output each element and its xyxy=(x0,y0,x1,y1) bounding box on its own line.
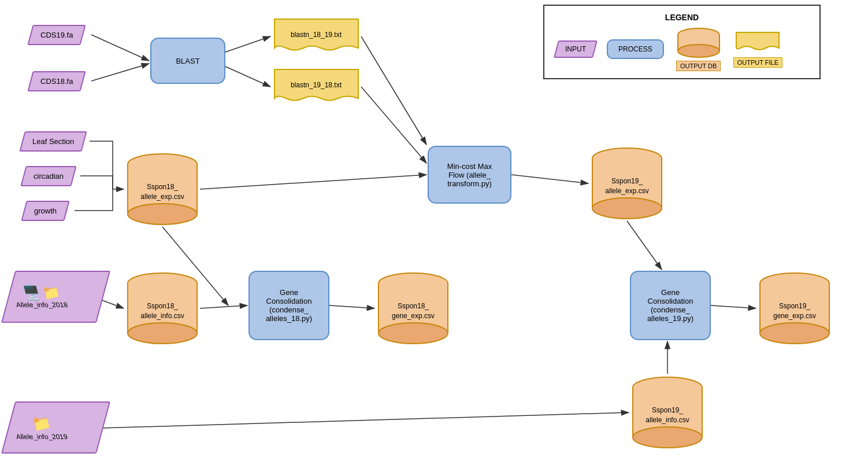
svg-text:blastn_18_19.txt: blastn_18_19.txt xyxy=(291,31,342,39)
svg-point-44 xyxy=(379,323,448,344)
cds19-input: CDS19.fa xyxy=(22,22,91,47)
blastn1918-file: blastn_19_18.txt xyxy=(272,67,361,106)
allele-info-2019-input: 📁 Allele_info_2019 xyxy=(8,401,103,454)
svg-line-16 xyxy=(101,412,629,428)
svg-line-8 xyxy=(511,175,588,183)
svg-point-23 xyxy=(128,204,197,224)
svg-point-51 xyxy=(760,323,829,344)
workflow-canvas: CDS19.fa CDS18.fa BLAST blastn_18_19.txt… xyxy=(0,0,868,468)
min-cost-process: Min-cost MaxFlow (allele_transform.py) xyxy=(428,146,511,204)
sspon18-allele-exp-db: Sspon18_ allele_exp.csv xyxy=(125,152,200,227)
legend-output-db-label: OUTPUT DB xyxy=(676,61,721,71)
allele-info-2018-input: 🖥️ 📁 Allele_info_2018 xyxy=(8,271,103,323)
legend-box: LEGEND INPUT PROCESS O xyxy=(543,5,821,79)
svg-line-4 xyxy=(225,67,270,87)
growth-shape: growth xyxy=(21,201,70,221)
legend-title: LEGEND xyxy=(556,13,808,22)
sspon19-allele-info-db: Sspon19_ allele_info.csv xyxy=(630,375,705,450)
svg-text:Sspon18_: Sspon18_ xyxy=(398,302,429,310)
gene-consol-19-label: GeneConsolidation(condense_alleles_19.py… xyxy=(647,288,693,323)
allele-info-2018-label: Allele_info_2018 xyxy=(15,301,69,309)
cds19-shape: CDS19.fa xyxy=(27,25,86,45)
legend-process-label: PROCESS xyxy=(607,39,664,59)
circadian-input: circadian xyxy=(17,164,80,187)
allele-info-2018-inner: 🖥️ 📁 Allele_info_2018 xyxy=(16,285,68,309)
svg-line-12 xyxy=(329,305,374,308)
legend-output-file-label: OUTPUT FILE xyxy=(733,57,782,68)
leaf-section-input: Leaf Section xyxy=(17,130,90,153)
svg-line-13 xyxy=(627,221,662,270)
min-cost-label: Min-cost MaxFlow (allele_transform.py) xyxy=(447,162,492,188)
svg-text:allele_info.csv: allele_info.csv xyxy=(140,312,184,320)
gene-consol-18-label: GeneConsolidation(condense_alleles_18.py… xyxy=(266,288,312,323)
svg-text:blastn_19_18.txt: blastn_19_18.txt xyxy=(291,81,342,89)
svg-text:Sspon19_: Sspon19_ xyxy=(611,177,643,185)
blast-process: BLAST xyxy=(150,38,225,84)
blast-label: BLAST xyxy=(176,57,199,65)
cds18-input: CDS18.fa xyxy=(22,68,91,94)
sspon19-gene-exp-db: Sspon19_ gene_exp.csv xyxy=(757,271,832,346)
gene-consol-19-process: GeneConsolidation(condense_alleles_19.py… xyxy=(630,271,711,340)
svg-point-30 xyxy=(592,198,662,219)
allele-info-2019-inner: 📁 Allele_info_2019 xyxy=(16,415,68,441)
growth-input: growth xyxy=(17,199,75,222)
svg-text:allele_exp.csv: allele_exp.csv xyxy=(140,193,184,201)
sspon18-gene-exp-db: Sspon18_ gene_exp.csv xyxy=(376,271,451,346)
circadian-shape: circadian xyxy=(20,166,76,186)
leaf-section-shape: Leaf Section xyxy=(19,131,87,152)
circadian-label: circadian xyxy=(34,172,64,180)
cds18-label: CDS18.fa xyxy=(40,77,73,86)
svg-text:Sspon18_: Sspon18_ xyxy=(147,183,178,191)
svg-text:Sspon19_: Sspon19_ xyxy=(652,406,683,414)
svg-line-3 xyxy=(225,36,270,52)
cds19-label: CDS19.fa xyxy=(40,31,73,39)
allele-info-2019-label: Allele_info_2019 xyxy=(15,433,69,441)
sspon18-allele-info-db: Sspon18_ allele_info.csv xyxy=(125,271,200,346)
sspon19-allele-exp-db: Sspon19_ allele_exp.csv xyxy=(589,146,665,221)
gene-consol-18-process: GeneConsolidation(condense_alleles_18.py… xyxy=(248,271,329,340)
svg-point-58 xyxy=(633,427,702,448)
leaf-section-label: Leaf Section xyxy=(32,137,74,146)
svg-text:allele_info.csv: allele_info.csv xyxy=(646,416,689,424)
svg-text:gene_exp.csv: gene_exp.csv xyxy=(773,312,816,320)
legend-input-label: INPUT xyxy=(565,45,586,53)
svg-line-2 xyxy=(91,64,149,81)
svg-line-11 xyxy=(200,305,247,308)
svg-text:Sspon18_: Sspon18_ xyxy=(147,302,178,310)
svg-line-7 xyxy=(200,175,426,189)
blastn1819-file: blastn_18_19.txt xyxy=(272,16,361,56)
svg-point-65 xyxy=(678,45,719,57)
svg-point-37 xyxy=(128,323,197,344)
svg-line-14 xyxy=(711,305,756,308)
svg-line-1 xyxy=(91,35,149,61)
svg-line-6 xyxy=(361,87,426,163)
growth-label: growth xyxy=(34,207,57,215)
svg-line-10 xyxy=(101,300,124,308)
svg-text:gene_exp.csv: gene_exp.csv xyxy=(392,312,435,320)
svg-text:allele_exp.csv: allele_exp.csv xyxy=(605,187,648,195)
svg-text:Sspon19_: Sspon19_ xyxy=(779,302,810,310)
svg-line-5 xyxy=(361,36,426,145)
cds18-shape: CDS18.fa xyxy=(27,71,86,91)
